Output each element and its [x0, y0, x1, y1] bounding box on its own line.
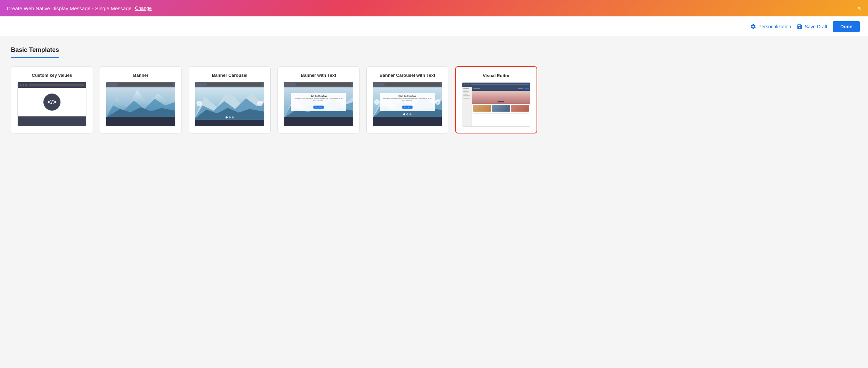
browser-bar-banner-text [284, 82, 353, 87]
browser-bar-carousel [195, 82, 264, 87]
template-title-banner: Banner [106, 73, 175, 78]
template-card-banner-carousel-with-text[interactable]: Banner Carousel with Text [366, 66, 448, 133]
overlay-btn: Shop Now [313, 106, 324, 109]
template-preview-banner-carousel-with-text: ‹ › High On Himalaya Explore the snow-la… [373, 82, 442, 126]
template-card-banner[interactable]: Banner [100, 66, 182, 133]
carousel-overlay-title: High On Himalaya [383, 95, 432, 97]
ve-content-grid [472, 104, 530, 113]
carousel-overlay-text-box: High On Himalaya Explore the snow-laden … [380, 93, 435, 111]
templates-grid: Custom key values </> Banner [11, 66, 857, 133]
carousel-text-left-arrow[interactable]: ‹ [374, 99, 380, 105]
ve-body [462, 87, 530, 126]
page-title: Create Web Native Display Message - Sing… [7, 5, 132, 11]
carousel-left-arrow[interactable]: ‹ [196, 101, 202, 106]
template-title-visual-editor: Visual Editor [462, 73, 530, 78]
overlay-title: High On Himalaya [294, 95, 343, 97]
carousel-text-image: ‹ › High On Himalaya Explore the snow-la… [373, 87, 442, 117]
template-title-banner-carousel: Banner Carousel [195, 73, 264, 78]
overlay-desc: Explore the snow-laden forests of sunset… [294, 98, 343, 101]
template-preview-custom: </> [17, 82, 86, 126]
top-bar: Create Web Native Display Message - Sing… [0, 0, 868, 16]
change-link[interactable]: Change [135, 5, 152, 11]
personalization-label: Personalization [758, 24, 791, 29]
template-card-visual-editor[interactable]: Visual Editor [455, 66, 537, 133]
save-icon [797, 24, 803, 30]
template-preview-visual-editor [462, 82, 530, 127]
browser-bar-light [106, 82, 175, 87]
main-content: Basic Templates Custom key values </> [0, 37, 868, 368]
template-preview-banner-with-text: High On Himalaya Explore the snow-laden … [284, 82, 353, 126]
close-button[interactable]: × [857, 5, 861, 12]
carousel-text-right-arrow[interactable]: › [435, 99, 440, 105]
template-preview-banner-carousel: ‹ › [195, 82, 264, 126]
template-card-custom-key-values[interactable]: Custom key values </> [11, 66, 93, 133]
carousel-overlay-desc: Explore the snow-laden forests of sunset… [383, 98, 432, 101]
save-draft-button[interactable]: Save Draft [797, 24, 827, 30]
personalization-icon [750, 24, 756, 30]
done-button[interactable]: Done [833, 21, 860, 32]
template-title-banner-carousel-with-text: Banner Carousel with Text [373, 73, 442, 78]
template-title-custom: Custom key values [17, 73, 86, 78]
carousel-image: ‹ › [195, 87, 264, 120]
action-bar: Personalization Save Draft Done [0, 16, 868, 37]
template-card-banner-carousel[interactable]: Banner Carousel [189, 66, 271, 133]
carousel-text-dots [403, 113, 411, 115]
banner-image [106, 87, 175, 117]
carousel-dots [226, 116, 234, 118]
template-card-banner-with-text[interactable]: Banner with Text [277, 66, 360, 133]
personalization-button[interactable]: Personalization [750, 24, 791, 30]
basic-templates-tab[interactable]: Basic Templates [11, 46, 59, 58]
carousel-overlay-btn: Shop Now [402, 106, 412, 109]
overlay-text-box: High On Himalaya Explore the snow-laden … [291, 93, 346, 111]
save-draft-label: Save Draft [805, 24, 827, 29]
ve-sidebar [462, 87, 472, 126]
browser-bar [18, 82, 86, 88]
ve-hero-image [472, 91, 530, 104]
template-title-banner-with-text: Banner with Text [284, 73, 353, 78]
code-icon: </> [43, 94, 60, 111]
template-preview-banner [106, 82, 175, 126]
tab-section: Basic Templates [11, 46, 857, 58]
ve-main-area [472, 87, 530, 126]
browser-bar-carousel-text [373, 82, 442, 87]
banner-text-image: High On Himalaya Explore the snow-laden … [284, 87, 353, 117]
ve-browser-bar [462, 83, 530, 87]
carousel-right-arrow[interactable]: › [257, 101, 263, 106]
